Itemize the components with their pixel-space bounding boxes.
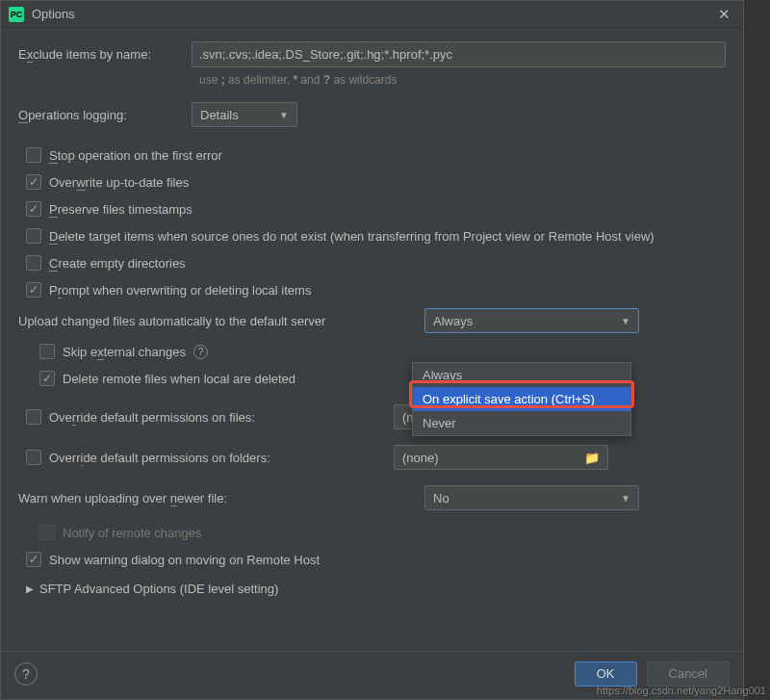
text: P	[49, 283, 58, 298]
stop-on-error-checkbox[interactable]	[26, 147, 41, 163]
exclude-label: Exclude items by name:	[18, 47, 180, 62]
chevron-down-icon: ▼	[621, 493, 630, 504]
help-button[interactable]: ?	[14, 662, 38, 686]
mnemonic: D	[49, 229, 58, 245]
warn-newer-row: Warn when uploading over newer file: No …	[18, 481, 726, 514]
text: ternal changes	[104, 345, 186, 359]
dropdown-option-always[interactable]: Always	[413, 363, 630, 387]
overwrite-label: Overwrite up-to-date files	[49, 175, 189, 190]
prompt-checkbox[interactable]	[26, 282, 41, 298]
delete-target-checkbox[interactable]	[26, 228, 41, 244]
show-warning-row[interactable]: Show warning dialog on moving on Remote …	[18, 547, 726, 572]
text: de default permissions on folders:	[83, 451, 270, 465]
warn-newer-select[interactable]: No ▼	[424, 485, 639, 510]
preserve-checkbox[interactable]	[26, 201, 41, 217]
perm-folders-checkbox[interactable]	[26, 450, 41, 465]
prompt-row[interactable]: Prompt when overwriting or deleting loca…	[18, 277, 726, 302]
select-value: Details	[200, 108, 239, 122]
perm-folders-row: Override default permissions on folders:…	[18, 441, 726, 474]
upload-dropdown-popup: Always On explicit save action (Ctrl+S) …	[412, 362, 631, 436]
text: clude items by name:	[33, 47, 151, 62]
text: Over	[49, 175, 76, 190]
sftp-label: SFTP Advanced Options (IDE level setting…	[39, 582, 278, 596]
ok-button[interactable]: OK	[575, 661, 637, 687]
select-value: Always	[433, 314, 473, 328]
mnemonic: w	[76, 175, 85, 191]
warn-newer-label: Warn when uploading over newer file:	[18, 491, 413, 506]
text: perations logging:	[28, 108, 127, 122]
select-value: No	[433, 491, 449, 506]
dropdown-option-explicit-save[interactable]: On explicit save action (Ctrl+S)	[413, 387, 630, 411]
arrow-right-icon: ▶	[26, 583, 34, 594]
folder-icon: 📁	[584, 451, 600, 465]
ops-logging-select[interactable]: Details ▼	[192, 102, 297, 127]
content-area: Exclude items by name: use ; as delimite…	[1, 28, 743, 602]
text: reserve files timestamps	[58, 202, 192, 217]
help-icon[interactable]: ?	[193, 345, 208, 359]
create-empty-label: Create empty directories	[49, 256, 186, 271]
perm-files-checkbox[interactable]	[26, 409, 41, 425]
text: elete target items when source ones do n…	[58, 229, 654, 244]
notify-remote-row: Notify of remote changes	[18, 520, 726, 545]
app-icon: PC	[9, 7, 24, 22]
text: ride default permissions on files:	[76, 410, 255, 425]
perm-files-label: Override default permissions on files:	[49, 410, 255, 425]
preserve-label: Preserve files timestamps	[49, 202, 192, 217]
delete-remote-checkbox[interactable]	[39, 371, 55, 386]
cancel-button[interactable]: Cancel	[647, 661, 730, 687]
exclude-hint: use ; as delimiter, * and ? as wildcards	[199, 73, 726, 87]
upload-auto-select[interactable]: Always ▼	[424, 308, 639, 333]
dropdown-option-never[interactable]: Never	[413, 411, 630, 435]
text: and	[297, 73, 323, 87]
text: ewer file:	[177, 491, 227, 506]
stop-on-error-row[interactable]: Stop operation on the first error	[18, 143, 726, 168]
text: reate empty directories	[58, 256, 185, 271]
text: Overr	[49, 451, 81, 465]
show-warning-label: Show warning dialog on moving on Remote …	[49, 553, 320, 567]
select-value: (none)	[402, 451, 439, 465]
text: ompt when overwriting or deleting local …	[62, 283, 311, 298]
upload-auto-label: Upload changed files automatically to th…	[18, 314, 413, 328]
stop-on-error-label: Stop operation on the first error	[49, 148, 222, 163]
chevron-down-icon: ▼	[279, 110, 289, 120]
show-warning-checkbox[interactable]	[26, 552, 41, 567]
mnemonic: O	[18, 108, 28, 123]
text: Warn when uploading over	[18, 491, 170, 506]
text: use	[199, 73, 221, 87]
text: as delimiter,	[225, 73, 294, 87]
ops-logging-label: Operations logging:	[18, 108, 180, 122]
overwrite-row[interactable]: Overwrite up-to-date files	[18, 169, 726, 194]
delete-target-row[interactable]: Delete target items when source ones do …	[18, 223, 726, 248]
skip-external-checkbox[interactable]	[39, 344, 55, 359]
text: E	[18, 47, 27, 62]
text: as wildcards	[330, 73, 397, 87]
create-empty-row[interactable]: Create empty directories	[18, 250, 726, 275]
exclude-input[interactable]	[192, 41, 726, 67]
exclude-row: Exclude items by name:	[18, 41, 726, 67]
delete-target-label: Delete target items when source ones do …	[49, 229, 654, 244]
editor-background-strip	[744, 0, 770, 700]
titlebar: PC Options ✕	[1, 1, 743, 28]
perm-folders-label: Override default permissions on folders:	[49, 451, 270, 465]
mnemonic: C	[49, 256, 58, 272]
mnemonic: P	[49, 202, 58, 218]
preserve-row[interactable]: Preserve files timestamps	[18, 196, 726, 221]
mnemonic: n	[170, 491, 177, 506]
notify-remote-checkbox	[39, 525, 55, 540]
ops-logging-row: Operations logging: Details ▼	[18, 102, 726, 127]
text: Skip e	[63, 345, 97, 359]
text: rite up-to-date files	[86, 175, 190, 190]
sftp-expander[interactable]: ▶ SFTP Advanced Options (IDE level setti…	[18, 576, 726, 602]
text: top operation on the first error	[58, 148, 222, 163]
watermark: https://blog.csdn.net/yang2Hang001	[597, 685, 766, 696]
upload-auto-row: Upload changed files automatically to th…	[18, 308, 726, 333]
perm-folders-select[interactable]: (none) 📁	[394, 445, 608, 470]
overwrite-checkbox[interactable]	[26, 174, 41, 190]
create-empty-checkbox[interactable]	[26, 255, 41, 271]
chevron-down-icon: ▼	[621, 316, 630, 326]
close-button[interactable]: ✕	[712, 3, 735, 26]
text: Ove	[49, 410, 72, 425]
skip-external-row[interactable]: Skip external changes ?	[18, 339, 726, 364]
notify-remote-label: Notify of remote changes	[63, 526, 202, 540]
options-dialog: PC Options ✕ Exclude items by name: use …	[0, 0, 744, 700]
